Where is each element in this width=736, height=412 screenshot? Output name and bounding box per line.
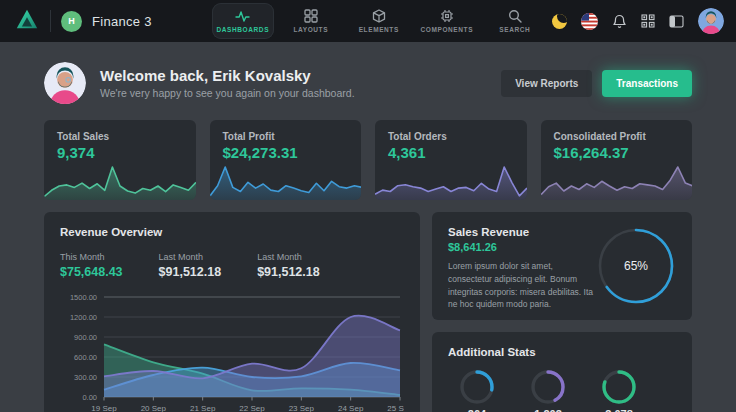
svg-text:1500.00: 1500.00 [70, 293, 97, 302]
sales-revenue-panel: Sales Revenue $8,641.26 Lorem ipsum dolo… [432, 212, 692, 320]
svg-text:0.00: 0.00 [82, 393, 97, 402]
box-icon [372, 9, 386, 23]
svg-text:19 Sep: 19 Sep [91, 404, 117, 412]
user-avatar[interactable] [698, 8, 724, 34]
navbar-actions [552, 8, 724, 34]
bell-icon [612, 14, 627, 29]
dashboard-content: Welcome back, Erik Kovalsky We're very h… [0, 42, 736, 412]
svg-text:25 Sep: 25 Sep [387, 404, 404, 412]
stat-card-consolidated-profit: Consolidated Profit $16,264.37 [541, 120, 693, 200]
revenue-area-chart: 0.00300.00600.00900.001200.001500.0019 S… [60, 289, 404, 412]
activity-icon [235, 10, 250, 23]
stat-card-total-profit: Total Profit $24,273.31 [210, 120, 362, 200]
brand-badge: H [61, 11, 82, 32]
svg-text:900.00: 900.00 [74, 333, 97, 342]
revenue-overview-panel: Revenue Overview This Month $75,648.43 L… [44, 212, 420, 412]
apps-grid-button[interactable] [641, 14, 655, 28]
stat-ring-1: 264 [458, 368, 496, 412]
svg-text:21 Sep: 21 Sep [190, 404, 216, 412]
cpu-icon [440, 9, 454, 23]
sales-revenue-gauge: 65% [596, 226, 676, 306]
welcome-actions: View Reports Transactions [501, 70, 692, 97]
svg-text:300.00: 300.00 [74, 373, 97, 382]
apps-grid-icon [641, 14, 655, 28]
ring-chart-green [600, 368, 638, 406]
sales-revenue-title: Sales Revenue [448, 226, 596, 238]
svg-text:20 Sep: 20 Sep [141, 404, 167, 412]
sidebar-toggle-button[interactable] [669, 15, 684, 28]
bottom-row: Revenue Overview This Month $75,648.43 L… [44, 212, 692, 412]
svg-text:24 Sep: 24 Sep [338, 404, 364, 412]
sales-revenue-description: Lorem ipsum dolor sit amet, consectetur … [448, 260, 596, 311]
total-orders-sparkline [375, 161, 527, 200]
us-flag-icon [581, 13, 598, 30]
revenue-stat-last-month-1: Last Month $91,512.18 [159, 252, 222, 279]
nav-item-dashboards[interactable]: DASHBOARDS [212, 3, 274, 39]
nav-item-components[interactable]: COMPONENTS [416, 3, 478, 39]
nav-item-layouts[interactable]: LAYOUTS [280, 3, 342, 39]
stat-ring-3: 3,078 [600, 368, 638, 412]
welcome-section: Welcome back, Erik Kovalsky We're very h… [44, 62, 692, 104]
brand-area: H Finance 3 [14, 6, 152, 36]
moon-icon [552, 14, 567, 29]
revenue-stats: This Month $75,648.43 Last Month $91,512… [60, 252, 404, 279]
svg-text:23 Sep: 23 Sep [289, 404, 315, 412]
additional-stats-panel: Additional Stats 264 1,203 3,078 [432, 332, 692, 412]
revenue-stat-this-month: This Month $75,648.43 [60, 252, 123, 279]
app-logo-icon[interactable] [14, 6, 40, 36]
right-column: Sales Revenue $8,641.26 Lorem ipsum dolo… [432, 212, 692, 412]
nav-item-search[interactable]: SEARCH [484, 3, 546, 39]
view-reports-button[interactable]: View Reports [501, 70, 592, 97]
notifications-button[interactable] [612, 14, 627, 29]
divider [50, 10, 51, 32]
ring-chart-blue [458, 368, 496, 406]
revenue-stat-last-month-2: Last Month $91,512.18 [257, 252, 320, 279]
nav-item-elements[interactable]: ELEMENTS [348, 3, 410, 39]
brand-name: Finance 3 [92, 14, 152, 29]
welcome-subtitle: We're very happy to see you again on you… [100, 87, 355, 99]
welcome-title: Welcome back, Erik Kovalsky [100, 67, 355, 84]
language-flag-button[interactable] [581, 13, 598, 30]
sidebar-layout-icon [669, 15, 684, 28]
svg-text:1200.00: 1200.00 [70, 313, 97, 322]
grid-icon [304, 9, 318, 23]
total-profit-sparkline [210, 161, 362, 200]
svg-text:22 Sep: 22 Sep [239, 404, 265, 412]
consolidated-profit-sparkline [541, 161, 693, 200]
additional-stats-title: Additional Stats [448, 346, 676, 358]
main-nav: DASHBOARDS LAYOUTS ELEMENTS COMPONENTS [212, 3, 546, 39]
sales-revenue-value: $8,641.26 [448, 241, 596, 253]
transactions-button[interactable]: Transactions [602, 70, 692, 97]
welcome-avatar [44, 62, 86, 104]
stat-ring-2: 1,203 [529, 368, 567, 412]
gauge-percent-label: 65% [596, 226, 676, 306]
stat-card-total-sales: Total Sales 9,374 [44, 120, 196, 200]
stat-card-total-orders: Total Orders 4,361 [375, 120, 527, 200]
additional-stats-rings: 264 1,203 3,078 [448, 368, 648, 412]
top-navbar: H Finance 3 DASHBOARDS LAYOUTS ELEMENTS [0, 0, 736, 42]
total-sales-sparkline [44, 161, 196, 200]
ring-chart-purple [529, 368, 567, 406]
revenue-overview-title: Revenue Overview [60, 226, 404, 238]
svg-text:600.00: 600.00 [74, 353, 97, 362]
search-icon [508, 9, 522, 23]
stat-cards-row: Total Sales 9,374 Total Profit $24,273.3… [44, 120, 692, 200]
dark-mode-toggle[interactable] [552, 14, 567, 29]
